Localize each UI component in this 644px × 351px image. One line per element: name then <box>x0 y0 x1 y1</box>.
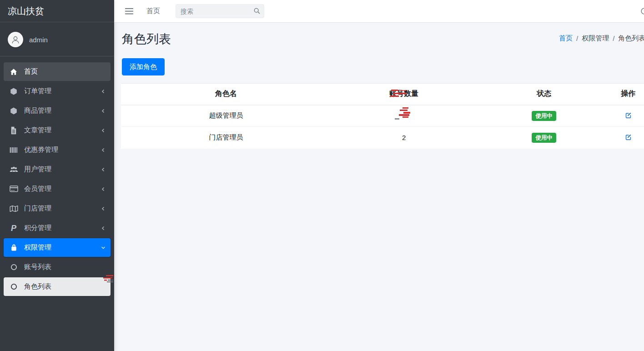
sidebar-subitem-accounts[interactable]: 账号列表 <box>4 258 111 276</box>
map-icon <box>8 205 20 212</box>
sidebar-menu: 首页 订单管理 商品管理 <box>4 62 111 297</box>
header-role-name: 角色名 <box>121 84 331 105</box>
chevron-left-icon <box>101 186 106 192</box>
user-panel: admin <box>0 23 114 56</box>
sidebar-item-coupons[interactable]: 优惠券管理 <box>4 140 111 159</box>
sidebar-item-label: 用户管理 <box>24 165 101 174</box>
search-input[interactable] <box>176 4 264 18</box>
chevron-left-icon <box>101 128 106 133</box>
sidebar: 凉山扶贫 admin 首页 订单管理 <box>0 0 114 351</box>
cell-actions <box>611 105 644 127</box>
sidebar-item-home[interactable]: 首页 <box>4 62 111 81</box>
sidebar-item-label: 优惠券管理 <box>24 145 101 154</box>
status-badge: 使用中 <box>532 111 556 121</box>
circle-o-icon <box>8 283 20 290</box>
header-actions: 操作 <box>611 84 644 105</box>
edit-role-button[interactable] <box>624 133 632 141</box>
user-name[interactable]: admin <box>29 36 48 44</box>
file-text-icon <box>8 126 20 135</box>
sidebar-item-label: 积分管理 <box>24 224 101 232</box>
chevron-down-icon <box>101 245 106 251</box>
users-icon <box>8 166 20 173</box>
sidebar-item-label: 角色列表 <box>24 282 106 291</box>
page-title: 角色列表 <box>122 31 171 47</box>
chevron-left-icon <box>101 108 106 114</box>
app-window: 凉山扶贫 admin 首页 订单管理 <box>0 0 644 351</box>
edit-icon <box>624 133 632 141</box>
topbar-home-link[interactable]: 首页 <box>146 7 160 15</box>
user-avatar[interactable] <box>8 32 23 47</box>
clipped-edge-icon[interactable] <box>640 7 644 17</box>
table-row: 门店管理员 2 使用中 <box>121 127 644 149</box>
cell-status: 使用中 <box>477 127 611 149</box>
sidebar-item-label: 门店管理 <box>24 204 101 213</box>
header-account-count: 账号数量 <box>331 84 477 105</box>
status-badge: 使用中 <box>532 133 556 143</box>
sidebar-item-permissions[interactable]: 权限管理 <box>4 238 111 257</box>
cell-role-name: 门店管理员 <box>121 127 331 149</box>
sidebar-item-label: 订单管理 <box>24 87 101 95</box>
cell-account-count: 2 <box>331 127 477 149</box>
cube-icon <box>8 107 20 115</box>
sidebar-item-label: 首页 <box>24 67 106 76</box>
roles-table: 角色名 账号数量 状态 操作 超级管理员 使用中 <box>121 83 644 149</box>
chevron-left-icon <box>101 167 106 172</box>
sidebar-item-stores[interactable]: 门店管理 <box>4 199 111 218</box>
sidebar-item-label: 商品管理 <box>24 106 101 115</box>
points-p-icon: P <box>8 224 20 232</box>
topbar-search <box>176 4 264 18</box>
breadcrumb: 首页 / 权限管理 / 角色列表 <box>559 34 644 43</box>
add-role-button[interactable]: 添加角色 <box>122 58 165 75</box>
breadcrumb-roles: 角色列表 <box>618 34 644 43</box>
main-content: 角色列表 首页 / 权限管理 / 角色列表 添加角色 角色名 账号数量 状态 操… <box>114 23 644 351</box>
edit-role-button[interactable] <box>624 111 632 119</box>
home-icon <box>8 68 20 76</box>
sidebar-item-orders[interactable]: 订单管理 <box>4 82 111 100</box>
edit-icon <box>624 111 632 119</box>
lock-icon <box>8 244 20 251</box>
chevron-left-icon <box>101 226 106 231</box>
sidebar-item-label: 权限管理 <box>24 243 101 252</box>
sidebar-subitem-roles[interactable]: 角色列表 <box>4 277 111 296</box>
topbar: 首页 <box>114 0 644 23</box>
sidebar-item-label: 文章管理 <box>24 126 101 135</box>
cell-actions <box>611 127 644 149</box>
sidebar-item-label: 账号列表 <box>24 263 106 271</box>
header-status: 状态 <box>477 84 611 105</box>
cell-role-name: 超级管理员 <box>121 105 331 127</box>
breadcrumb-separator: / <box>576 35 578 42</box>
chevron-left-icon <box>101 147 106 153</box>
sidebar-item-products[interactable]: 商品管理 <box>4 101 111 120</box>
sidebar-item-articles[interactable]: 文章管理 <box>4 121 111 140</box>
breadcrumb-permissions: 权限管理 <box>582 34 609 43</box>
sidebar-item-members[interactable]: 会员管理 <box>4 180 111 198</box>
cell-account-count <box>331 105 477 127</box>
sidebar-item-points[interactable]: P 积分管理 <box>4 219 111 237</box>
breadcrumb-separator: / <box>613 35 614 42</box>
credit-card-icon <box>8 186 20 192</box>
brand-title[interactable]: 凉山扶贫 <box>0 0 114 22</box>
table-header-row: 角色名 账号数量 状态 操作 <box>121 84 644 105</box>
circle-o-icon <box>8 264 20 271</box>
sidebar-item-label: 会员管理 <box>24 185 101 193</box>
sidebar-item-users[interactable]: 用户管理 <box>4 160 111 179</box>
table-row: 超级管理员 使用中 <box>121 105 644 127</box>
roles-table-card: 角色名 账号数量 状态 操作 超级管理员 使用中 <box>121 83 644 149</box>
hamburger-menu-icon[interactable] <box>125 8 133 15</box>
person-icon <box>10 35 20 45</box>
cube-icon <box>8 87 20 95</box>
barcode-icon <box>8 146 20 154</box>
chevron-left-icon <box>101 206 106 211</box>
breadcrumb-home[interactable]: 首页 <box>559 34 573 43</box>
chevron-left-icon <box>101 89 106 94</box>
cell-status: 使用中 <box>477 105 611 127</box>
